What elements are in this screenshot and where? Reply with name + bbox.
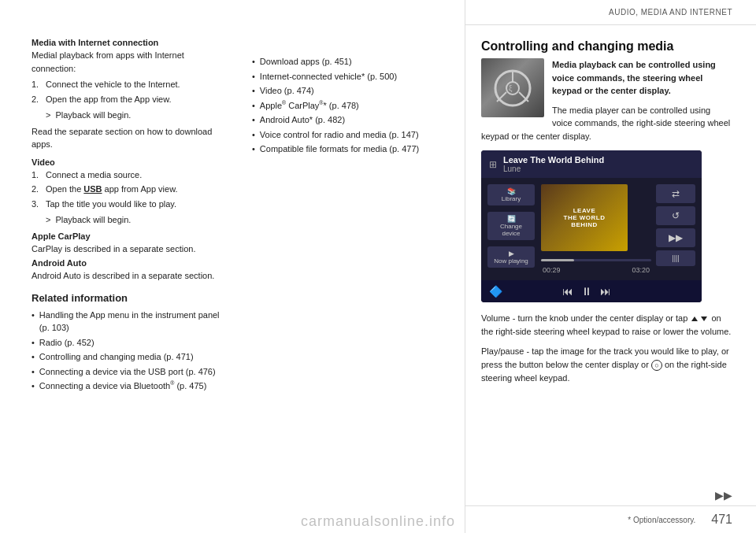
connect-steps: 1. Connect the vehicle to the Internet. …: [32, 78, 228, 105]
related-item-2: Controlling and changing media (p. 471): [32, 350, 228, 364]
media-internet-title: Media with Internet connection: [32, 38, 228, 47]
page-container: Media with Internet connection Medial pl…: [0, 0, 756, 533]
mp-body: 📚 Library 🔄 Change device ▶ Now playing: [481, 178, 702, 280]
android-auto-title: Android Auto: [32, 258, 228, 268]
playback-controls: ⏮ ⏸ ⏭: [562, 285, 611, 298]
section-title: Controlling and changing media: [481, 39, 732, 54]
video-steps: 1. Connect a media source. 2. Open the U…: [32, 168, 228, 211]
steering-wheel-image: ξ: [481, 58, 544, 117]
pause-button[interactable]: ⏸: [581, 285, 592, 298]
android-auto-body: Android Auto is described in a separate …: [32, 269, 228, 283]
step-2: 2. Open the app from the App view.: [32, 93, 228, 106]
related-item-3: Connecting a device via the USB port (p.…: [32, 365, 228, 379]
page-number: 471: [711, 513, 732, 527]
apple-carplay-body: CarPlay is described in a separate secti…: [32, 242, 228, 256]
middle-item-3: Apple® CarPlay®* (p. 478): [252, 99, 449, 113]
middle-item-0: Download apps (p. 451): [252, 55, 449, 68]
artist-name: Lune: [503, 165, 694, 173]
library-button[interactable]: 📚 Library: [487, 184, 535, 205]
skip-back-button[interactable]: ⏮: [562, 285, 573, 298]
middle-column: Download apps (p. 451) Internet-connecte…: [244, 0, 465, 533]
header-title: AUDIO, MEDIA AND INTERNET: [609, 8, 732, 17]
volume-bar: ||||: [656, 250, 695, 266]
video-step-sub: Playback will begin.: [46, 213, 228, 227]
right-content: Controlling and changing media ξ: [481, 39, 732, 385]
header-bar: AUDIO, MEDIA AND INTERNET: [465, 0, 756, 25]
skip-forward-button[interactable]: ⏭: [600, 285, 611, 298]
related-info-list: Handling the App menu in the instrument …: [32, 309, 228, 393]
mp-album-area: LEAVETHE WORLDBEHIND 00:29 03:20: [541, 184, 651, 274]
video-step-1: 1. Connect a media source.: [32, 168, 228, 182]
video-step-2: 2. Open the USB app from App view.: [32, 183, 228, 196]
related-item-0: Handling the App menu in the instrument …: [32, 309, 228, 335]
now-playing-button[interactable]: ▶ Now playing: [487, 246, 535, 268]
footer-bar: * Option/accessory. 471: [465, 505, 756, 533]
progress-bar: [541, 259, 651, 261]
shuffle-button[interactable]: ⇄: [656, 184, 695, 203]
album-art: LEAVETHE WORLDBEHIND: [541, 184, 628, 251]
step-2-sub: Playback will begin.: [46, 109, 228, 122]
step-1: 1. Connect the vehicle to the Internet.: [32, 78, 228, 91]
mp-header: ⊞ Leave The World Behind Lune: [481, 150, 702, 178]
media-player-box: ⊞ Leave The World Behind Lune 📚 Library: [481, 150, 702, 302]
mp-controls-right: ⇄ ↺ ▶▶ ||||: [656, 184, 695, 274]
change-device-button[interactable]: 🔄 Change device: [487, 212, 535, 240]
playpause-description: Play/pause - tap the image for the track…: [481, 345, 732, 385]
time-total: 03:20: [632, 266, 650, 274]
forward-button[interactable]: ▶▶: [656, 228, 695, 247]
middle-item-6: Compatible file formats for media (p. 47…: [252, 143, 449, 156]
steering-wheel-svg: ξ: [493, 68, 532, 108]
read-more-text: Read the separate section on how to down…: [32, 125, 228, 151]
middle-bullet-list: Download apps (p. 451) Internet-connecte…: [252, 55, 449, 156]
time-elapsed: 00:29: [543, 266, 561, 274]
media-internet-body: Medial playback from apps with Internet …: [32, 49, 228, 75]
song-title: Leave The World Behind: [503, 155, 694, 165]
time-row: 00:29 03:20: [541, 266, 651, 274]
middle-item-5: Voice control for radio and media (p. 14…: [252, 128, 449, 142]
video-title: Video: [32, 157, 228, 167]
intro-area: ξ Media playback can be controlled using…: [481, 58, 732, 143]
progress-fill: [541, 259, 574, 261]
mp-main-area: LEAVETHE WORLDBEHIND 00:29 03:20: [541, 184, 695, 274]
bluetooth-icon: 🔷: [489, 285, 502, 298]
related-item-4: Connecting a device via Bluetooth® (p. 4…: [32, 379, 228, 393]
left-column: Media with Internet connection Medial pl…: [0, 0, 244, 533]
mp-sidebar: 📚 Library 🔄 Change device ▶ Now playing: [487, 184, 535, 274]
mp-bottom: 🔷 ⏮ ⏸ ⏭: [481, 280, 702, 302]
apple-carplay-title: Apple CarPlay: [32, 231, 228, 241]
middle-item-4: Android Auto* (p. 482): [252, 113, 449, 127]
repeat-button[interactable]: ↺: [656, 206, 695, 225]
video-step-3: 3. Tap the title you would like to play.: [32, 198, 228, 211]
middle-item-2: Video (p. 474): [252, 84, 449, 98]
middle-item-1: Internet-connected vehicle* (p. 500): [252, 70, 449, 83]
usb-icon: ⊞: [489, 159, 497, 170]
svg-text:ξ: ξ: [509, 83, 513, 93]
next-arrow: ▶▶: [715, 489, 732, 502]
related-info-title: Related information: [32, 292, 228, 304]
related-item-1: Radio (p. 452): [32, 336, 228, 350]
album-text: LEAVETHE WORLDBEHIND: [561, 204, 609, 231]
footer-note: * Option/accessory.: [628, 516, 695, 524]
right-column: AUDIO, MEDIA AND INTERNET Controlling an…: [465, 0, 756, 533]
volume-description: Volume - turn the knob under the center …: [481, 312, 732, 339]
